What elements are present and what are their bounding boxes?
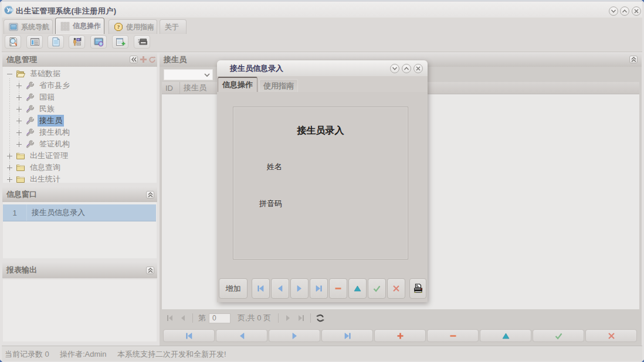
info-window-panel-header: 信息窗口 <box>2 187 157 202</box>
toolbar-person-report-button[interactable] <box>69 35 85 49</box>
tree-expander-minus-icon[interactable] <box>7 71 12 77</box>
tree-node-6[interactable]: 接生机构 <box>3 127 72 138</box>
main-tab-3[interactable]: ?使用指南 <box>109 19 157 34</box>
dialog-next-button[interactable] <box>290 278 309 299</box>
tree-node-label: 省市县乡 <box>38 80 72 91</box>
window-close-button[interactable] <box>632 6 641 16</box>
record-prev-button[interactable] <box>216 329 267 342</box>
collapse-grid-button[interactable] <box>629 56 638 63</box>
add-icon <box>396 332 404 340</box>
refresh-panel-icon[interactable] <box>148 56 156 63</box>
tree-node-9[interactable]: 信息查询 <box>3 162 62 173</box>
tree-node-label: 签证机构 <box>38 138 72 150</box>
dialog-tab-info[interactable]: 信息操作 <box>218 77 257 92</box>
tree-expander-plus-icon[interactable] <box>7 153 12 159</box>
page-number-input[interactable]: 0 <box>209 313 231 323</box>
remove-icon <box>449 332 457 340</box>
record-last-button[interactable] <box>321 329 373 342</box>
tree-expander-plus-icon[interactable] <box>16 83 22 88</box>
grid-column-id[interactable]: ID <box>162 82 180 94</box>
tree-node-8[interactable]: 出生证管理 <box>3 150 70 162</box>
collapse-left-button[interactable] <box>130 56 138 63</box>
tree-expander-plus-icon[interactable] <box>16 118 22 124</box>
toolbar-print-export-button[interactable] <box>134 35 150 49</box>
report-panel-header: 报表输出 <box>2 262 157 278</box>
tree-expander-plus-icon[interactable] <box>16 95 22 100</box>
grid-panel-title: 接生员 <box>164 54 187 65</box>
name-field-label: 姓名 <box>267 162 282 172</box>
tree-expander-plus-icon[interactable] <box>16 107 22 112</box>
tree-expander-plus-icon[interactable] <box>16 130 22 135</box>
report-panel-title: 报表输出 <box>6 265 37 275</box>
next-icon <box>296 285 303 292</box>
filter-combobox[interactable] <box>164 69 213 80</box>
page-first-icon[interactable] <box>165 313 175 323</box>
dialog-cancel-button[interactable] <box>387 278 405 299</box>
page-last-icon[interactable] <box>296 313 306 323</box>
tree-node-label: 国籍 <box>38 91 56 103</box>
record-first-button[interactable] <box>163 329 215 342</box>
window-plus-icon <box>116 37 126 47</box>
page-prev-icon[interactable] <box>178 313 188 323</box>
status-bar: 当前记录数 0 操作者:Admin 本系统支持二次开发和全新开发! <box>2 346 642 361</box>
page-next-icon[interactable] <box>283 313 293 323</box>
toolbar-preview-search-button[interactable] <box>5 35 21 49</box>
record-remove-button[interactable] <box>427 329 479 342</box>
record-add-button[interactable] <box>374 329 426 342</box>
main-tab-2[interactable]: 信息操作 <box>55 18 104 34</box>
tree-expander-plus-icon[interactable] <box>7 165 12 170</box>
tree-node-5[interactable]: 接生员 <box>3 115 64 127</box>
chevron-down-icon <box>202 70 212 80</box>
record-ok-button[interactable] <box>533 329 584 342</box>
tree-node-1[interactable]: 基础数据 <box>3 68 62 80</box>
dialog-last-button[interactable] <box>310 278 328 299</box>
dialog-remove-button[interactable] <box>329 278 347 299</box>
dialog-close-button[interactable] <box>413 64 423 73</box>
record-cancel-button[interactable] <box>585 329 637 342</box>
page-prefix-label: 第 <box>198 313 206 323</box>
dialog-first-button[interactable] <box>252 278 270 299</box>
tree-node-7[interactable]: 签证机构 <box>3 138 72 150</box>
main-tab-1[interactable]: 系统导航 <box>4 19 53 34</box>
info-window-row[interactable]: 1接生员信息录入 <box>3 204 156 221</box>
dialog-collapse-button[interactable] <box>390 64 399 73</box>
record-up-button[interactable] <box>480 329 531 342</box>
dialog-print-button[interactable] <box>409 278 426 299</box>
main-tab-label: 信息操作 <box>73 21 101 31</box>
main-tab-4[interactable]: 关于 <box>160 19 187 34</box>
dialog-ok-button[interactable] <box>368 278 386 299</box>
tree-expander-plus-icon[interactable] <box>16 142 22 147</box>
pager-separator <box>310 313 311 323</box>
toolbar-screen-globe-button[interactable] <box>90 35 107 49</box>
tree-node-2[interactable]: 省市县乡 <box>3 80 72 91</box>
collapse-report-button[interactable] <box>146 267 154 274</box>
folder-icon <box>16 163 25 172</box>
toolbar-window-add-button[interactable] <box>112 35 128 49</box>
report-panel-body <box>3 279 157 341</box>
toolbar-document-button[interactable] <box>48 35 64 49</box>
add-panel-icon[interactable] <box>140 56 147 63</box>
doc-page-icon <box>51 37 61 47</box>
tree-node-3[interactable]: 国籍 <box>3 91 56 103</box>
window-minimize-button[interactable] <box>609 6 618 16</box>
tree-expander-plus-icon[interactable] <box>7 177 12 182</box>
info-window-list: 1接生员信息录入 <box>3 202 157 258</box>
add-record-button[interactable]: 增加 <box>219 278 248 299</box>
tree-node-4[interactable]: 民族 <box>3 103 56 115</box>
toolbar-form-view-button[interactable] <box>26 35 43 49</box>
tree-node-10[interactable]: 出生统计 <box>3 173 62 185</box>
dialog-up-button[interactable] <box>348 278 367 299</box>
window-maximize-button[interactable] <box>620 6 629 16</box>
form-list-icon <box>30 37 40 47</box>
dialog-body: 接生员录入 姓名 拼音码 <box>217 92 428 302</box>
tree-node-label: 接生员 <box>38 115 64 127</box>
refresh-icon[interactable] <box>316 313 325 323</box>
tool-icon <box>25 139 35 149</box>
up-icon <box>502 332 510 340</box>
dialog-tab-guide[interactable]: 使用指南 <box>259 79 298 92</box>
row-number: 1 <box>3 204 27 221</box>
collapse-info-window-button[interactable] <box>146 191 154 199</box>
dialog-prev-button[interactable] <box>271 278 289 299</box>
record-next-button[interactable] <box>269 329 320 342</box>
dialog-maximize-button[interactable] <box>402 64 411 73</box>
